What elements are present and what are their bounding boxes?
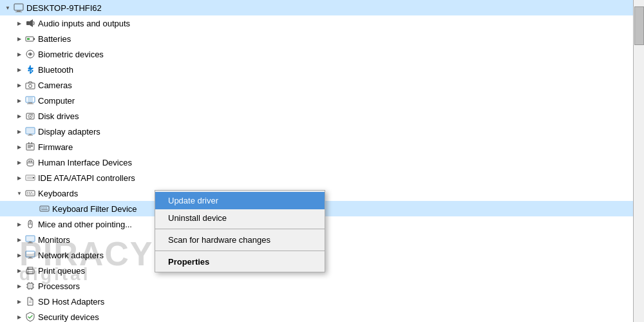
expand-biometric[interactable] bbox=[14, 49, 24, 59]
svg-point-18 bbox=[30, 116, 31, 117]
svg-rect-19 bbox=[32, 115, 33, 115]
svg-rect-6 bbox=[33, 38, 35, 40]
tree-item-diskdrives[interactable]: Disk drives bbox=[0, 108, 644, 124]
svg-rect-59 bbox=[28, 258, 33, 259]
expand-processors[interactable] bbox=[14, 281, 24, 291]
tree-item-processors[interactable]: Processors bbox=[0, 278, 644, 294]
expand-mice[interactable] bbox=[14, 219, 24, 229]
svg-rect-27 bbox=[28, 147, 31, 148]
tree-item-cameras[interactable]: Cameras bbox=[0, 77, 644, 93]
svg-rect-13 bbox=[28, 97, 33, 102]
svg-rect-42 bbox=[29, 194, 32, 195]
expand-batteries[interactable] bbox=[14, 33, 24, 44]
tree-item-security[interactable]: Security devices bbox=[0, 309, 644, 322]
svg-rect-36 bbox=[33, 177, 34, 178]
svg-rect-58 bbox=[29, 257, 32, 258]
svg-rect-47 bbox=[44, 207, 46, 209]
tree-item-sd[interactable]: SD Host Adapters bbox=[0, 294, 644, 309]
expand-print[interactable] bbox=[14, 265, 24, 276]
expand-diskdrives[interactable] bbox=[14, 111, 24, 121]
expand-hid[interactable] bbox=[14, 157, 24, 167]
biometric-label: Biometric devices bbox=[38, 50, 104, 59]
scrollbar[interactable] bbox=[633, 0, 644, 322]
tree-item-batteries[interactable]: Batteries bbox=[0, 31, 644, 46]
computer-icon bbox=[13, 2, 24, 14]
audio-icon bbox=[24, 17, 36, 29]
bluetooth-label: Bluetooth bbox=[38, 65, 73, 75]
print-label: Print queues bbox=[38, 266, 85, 276]
update-driver-label: Update driver bbox=[168, 196, 218, 205]
tree-item-biometric[interactable]: Biometric devices bbox=[0, 46, 644, 62]
svg-rect-45 bbox=[41, 207, 43, 209]
display-icon bbox=[24, 126, 36, 137]
svg-rect-39 bbox=[29, 192, 30, 193]
context-menu-properties[interactable]: Properties bbox=[155, 253, 325, 270]
svg-rect-10 bbox=[26, 83, 35, 89]
context-menu-update-driver[interactable]: Update driver bbox=[155, 192, 325, 209]
keyboard-icon bbox=[24, 187, 36, 199]
svg-rect-75 bbox=[29, 302, 32, 303]
expand-monitors[interactable] bbox=[14, 234, 24, 245]
kbd-filter-label: Keyboard Filter Device bbox=[52, 204, 137, 214]
svg-rect-31 bbox=[31, 160, 32, 162]
context-menu: Update driver Uninstall device Scan for … bbox=[155, 190, 325, 272]
mouse-icon bbox=[24, 218, 36, 230]
tree-container: DESKTOP-9THFI62 Audio inputs and outputs bbox=[0, 0, 644, 322]
expand-network[interactable] bbox=[14, 250, 24, 260]
tree-item-display[interactable]: Display adapters bbox=[0, 124, 644, 139]
expand-security[interactable] bbox=[14, 312, 24, 322]
cameras-label: Cameras bbox=[38, 80, 72, 90]
audio-label: Audio inputs and outputs bbox=[38, 19, 130, 28]
expand-root[interactable] bbox=[3, 3, 13, 13]
expand-firmware[interactable] bbox=[14, 142, 24, 152]
expand-keyboards[interactable] bbox=[14, 188, 24, 198]
keyboard-device-icon bbox=[39, 203, 50, 214]
tree-item-audio[interactable]: Audio inputs and outputs bbox=[0, 15, 644, 31]
tree-item-hid[interactable]: Human Interface Devices bbox=[0, 155, 644, 170]
tree-item-computer[interactable]: Computer bbox=[0, 93, 644, 108]
expand-cameras[interactable] bbox=[14, 80, 24, 90]
hid-label: Human Interface Devices bbox=[38, 158, 132, 167]
svg-rect-15 bbox=[27, 104, 33, 104]
svg-rect-25 bbox=[28, 145, 33, 146]
tree-item-root[interactable]: DESKTOP-9THFI62 bbox=[0, 0, 644, 15]
network-icon bbox=[24, 249, 36, 261]
context-menu-scan-hardware[interactable]: Scan for hardware changes bbox=[155, 231, 325, 249]
tree-item-firmware[interactable]: Firmware bbox=[0, 139, 644, 155]
svg-point-11 bbox=[29, 84, 32, 88]
svg-rect-40 bbox=[31, 192, 32, 193]
svg-rect-61 bbox=[28, 267, 33, 269]
monitors-label: Monitors bbox=[38, 235, 70, 245]
svg-rect-29 bbox=[32, 142, 33, 144]
diskdrives-label: Disk drives bbox=[38, 111, 79, 121]
keyboards-label: Keyboards bbox=[38, 189, 78, 198]
svg-marker-4 bbox=[30, 19, 33, 27]
tree-item-ide[interactable]: IDE ATA/ATAPI controllers bbox=[0, 170, 644, 185]
svg-rect-22 bbox=[29, 134, 32, 135]
context-menu-uninstall-device[interactable]: Uninstall device bbox=[155, 209, 325, 227]
expand-ide[interactable] bbox=[14, 173, 24, 183]
root-label: DESKTOP-9THFI62 bbox=[26, 3, 102, 13]
scrollbar-thumb[interactable] bbox=[634, 6, 644, 45]
svg-rect-7 bbox=[27, 38, 30, 40]
expand-display[interactable] bbox=[14, 126, 24, 137]
printer-icon bbox=[24, 265, 36, 276]
svg-rect-54 bbox=[26, 236, 34, 241]
svg-rect-65 bbox=[29, 285, 32, 288]
svg-rect-56 bbox=[28, 243, 33, 243]
hid-icon bbox=[24, 156, 36, 168]
expand-sd[interactable] bbox=[14, 296, 24, 307]
svg-point-52 bbox=[30, 222, 31, 223]
bluetooth-icon bbox=[24, 64, 36, 75]
svg-rect-48 bbox=[46, 207, 48, 209]
expand-audio[interactable] bbox=[14, 18, 24, 28]
svg-rect-37 bbox=[26, 191, 35, 196]
svg-rect-35 bbox=[27, 176, 33, 179]
svg-rect-30 bbox=[28, 160, 30, 162]
tree-item-bluetooth[interactable]: Bluetooth bbox=[0, 62, 644, 77]
display-label: Display adapters bbox=[38, 127, 100, 137]
svg-rect-43 bbox=[32, 194, 33, 195]
expand-computer[interactable] bbox=[14, 95, 24, 106]
svg-rect-0 bbox=[14, 4, 23, 10]
expand-bluetooth[interactable] bbox=[14, 64, 24, 75]
